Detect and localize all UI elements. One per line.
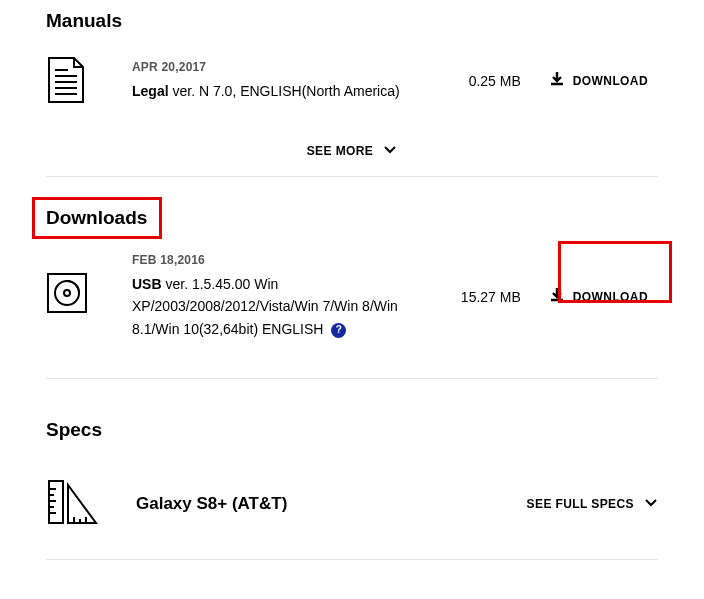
download-label: DOWNLOAD bbox=[573, 290, 648, 304]
manuals-item-date: APR 20,2017 bbox=[132, 60, 429, 74]
downloads-item-date: FEB 18,2016 bbox=[132, 253, 429, 267]
download-icon bbox=[549, 71, 565, 91]
downloads-download-button[interactable]: DOWNLOAD bbox=[539, 279, 658, 315]
see-full-label: SEE FULL SPECS bbox=[527, 497, 634, 511]
specs-row: Galaxy S8+ (AT&T) SEE FULL SPECS bbox=[46, 459, 658, 559]
chevron-down-icon bbox=[644, 497, 658, 511]
ruler-icon bbox=[46, 477, 100, 531]
see-more-button[interactable]: SEE MORE bbox=[46, 130, 658, 176]
download-label: DOWNLOAD bbox=[573, 74, 648, 88]
disc-icon bbox=[46, 272, 88, 322]
downloads-item-name: USB bbox=[132, 276, 162, 292]
downloads-item-detail: ver. 1.5.45.00 Win XP/2003/2008/2012/Vis… bbox=[132, 276, 398, 337]
downloads-item: FEB 18,2016 USB ver. 1.5.45.00 Win XP/20… bbox=[46, 247, 658, 378]
downloads-item-size: 15.27 MB bbox=[449, 289, 539, 305]
chevron-down-icon bbox=[383, 144, 397, 158]
see-full-specs-button[interactable]: SEE FULL SPECS bbox=[527, 497, 658, 511]
manuals-item-name: Legal bbox=[132, 83, 169, 99]
manuals-item-title: Legal ver. N 7.0, ENGLISH(North America) bbox=[132, 80, 429, 102]
downloads-item-title: USB ver. 1.5.45.00 Win XP/2003/2008/2012… bbox=[132, 273, 429, 340]
manuals-download-button[interactable]: DOWNLOAD bbox=[539, 63, 658, 99]
specs-heading: Specs bbox=[46, 379, 658, 459]
manuals-item-size: 0.25 MB bbox=[449, 73, 539, 89]
download-icon bbox=[549, 287, 565, 307]
document-icon bbox=[46, 56, 88, 106]
help-icon[interactable]: ? bbox=[331, 323, 346, 338]
manuals-item-detail: ver. N 7.0, ENGLISH(North America) bbox=[169, 83, 400, 99]
manuals-item: APR 20,2017 Legal ver. N 7.0, ENGLISH(No… bbox=[46, 50, 658, 130]
svg-rect-5 bbox=[48, 274, 86, 312]
specs-title: Galaxy S8+ (AT&T) bbox=[100, 494, 527, 514]
manuals-heading: Manuals bbox=[46, 0, 658, 50]
divider bbox=[46, 559, 658, 560]
see-more-label: SEE MORE bbox=[307, 144, 374, 158]
svg-point-7 bbox=[64, 290, 70, 296]
downloads-heading: Downloads bbox=[46, 177, 658, 247]
